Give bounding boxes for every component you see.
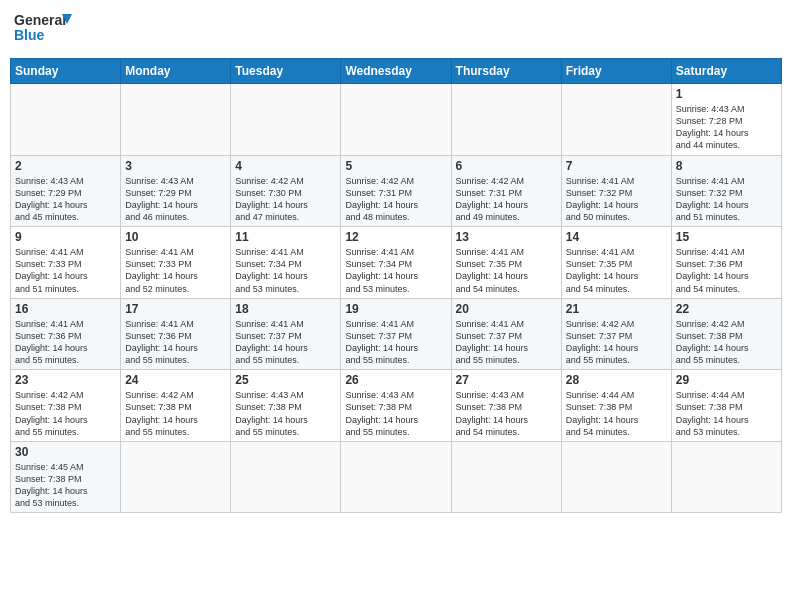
day-info: Sunrise: 4:41 AM Sunset: 7:32 PM Dayligh…: [676, 175, 777, 224]
day-info: Sunrise: 4:44 AM Sunset: 7:38 PM Dayligh…: [676, 389, 777, 438]
day-header-tuesday: Tuesday: [231, 59, 341, 84]
calendar-cell: 5Sunrise: 4:42 AM Sunset: 7:31 PM Daylig…: [341, 155, 451, 227]
day-info: Sunrise: 4:41 AM Sunset: 7:36 PM Dayligh…: [676, 246, 777, 295]
calendar-week-3: 9Sunrise: 4:41 AM Sunset: 7:33 PM Daylig…: [11, 227, 782, 299]
calendar-cell: 13Sunrise: 4:41 AM Sunset: 7:35 PM Dayli…: [451, 227, 561, 299]
day-number: 16: [15, 302, 116, 316]
calendar-cell: 8Sunrise: 4:41 AM Sunset: 7:32 PM Daylig…: [671, 155, 781, 227]
day-number: 26: [345, 373, 446, 387]
day-info: Sunrise: 4:43 AM Sunset: 7:29 PM Dayligh…: [125, 175, 226, 224]
day-number: 21: [566, 302, 667, 316]
day-info: Sunrise: 4:42 AM Sunset: 7:31 PM Dayligh…: [456, 175, 557, 224]
day-number: 14: [566, 230, 667, 244]
calendar-cell: 15Sunrise: 4:41 AM Sunset: 7:36 PM Dayli…: [671, 227, 781, 299]
calendar-cell: 21Sunrise: 4:42 AM Sunset: 7:37 PM Dayli…: [561, 298, 671, 370]
day-info: Sunrise: 4:41 AM Sunset: 7:36 PM Dayligh…: [125, 318, 226, 367]
calendar-cell: [671, 441, 781, 513]
day-number: 4: [235, 159, 336, 173]
day-number: 12: [345, 230, 446, 244]
day-info: Sunrise: 4:43 AM Sunset: 7:38 PM Dayligh…: [235, 389, 336, 438]
calendar-cell: 11Sunrise: 4:41 AM Sunset: 7:34 PM Dayli…: [231, 227, 341, 299]
day-info: Sunrise: 4:41 AM Sunset: 7:34 PM Dayligh…: [235, 246, 336, 295]
calendar-cell: 29Sunrise: 4:44 AM Sunset: 7:38 PM Dayli…: [671, 370, 781, 442]
day-info: Sunrise: 4:41 AM Sunset: 7:35 PM Dayligh…: [566, 246, 667, 295]
day-info: Sunrise: 4:43 AM Sunset: 7:38 PM Dayligh…: [345, 389, 446, 438]
day-info: Sunrise: 4:43 AM Sunset: 7:28 PM Dayligh…: [676, 103, 777, 152]
day-header-monday: Monday: [121, 59, 231, 84]
calendar-cell: [121, 84, 231, 156]
day-number: 7: [566, 159, 667, 173]
day-info: Sunrise: 4:41 AM Sunset: 7:33 PM Dayligh…: [125, 246, 226, 295]
calendar-cell: [231, 441, 341, 513]
day-number: 17: [125, 302, 226, 316]
day-header-saturday: Saturday: [671, 59, 781, 84]
calendar-cell: [561, 84, 671, 156]
day-number: 13: [456, 230, 557, 244]
day-info: Sunrise: 4:42 AM Sunset: 7:37 PM Dayligh…: [566, 318, 667, 367]
day-number: 6: [456, 159, 557, 173]
calendar-cell: 4Sunrise: 4:42 AM Sunset: 7:30 PM Daylig…: [231, 155, 341, 227]
calendar-cell: [561, 441, 671, 513]
svg-text:Blue: Blue: [14, 27, 45, 43]
calendar-cell: 19Sunrise: 4:41 AM Sunset: 7:37 PM Dayli…: [341, 298, 451, 370]
day-info: Sunrise: 4:42 AM Sunset: 7:31 PM Dayligh…: [345, 175, 446, 224]
calendar-cell: 28Sunrise: 4:44 AM Sunset: 7:38 PM Dayli…: [561, 370, 671, 442]
day-number: 9: [15, 230, 116, 244]
calendar-cell: [11, 84, 121, 156]
calendar-cell: 1Sunrise: 4:43 AM Sunset: 7:28 PM Daylig…: [671, 84, 781, 156]
day-number: 23: [15, 373, 116, 387]
calendar-cell: 30Sunrise: 4:45 AM Sunset: 7:38 PM Dayli…: [11, 441, 121, 513]
day-number: 2: [15, 159, 116, 173]
calendar-cell: [231, 84, 341, 156]
day-number: 5: [345, 159, 446, 173]
day-number: 22: [676, 302, 777, 316]
day-header-thursday: Thursday: [451, 59, 561, 84]
calendar-header-row: SundayMondayTuesdayWednesdayThursdayFrid…: [11, 59, 782, 84]
logo: GeneralBlue: [14, 10, 74, 52]
day-number: 18: [235, 302, 336, 316]
logo-icon: GeneralBlue: [14, 10, 74, 52]
calendar-cell: 18Sunrise: 4:41 AM Sunset: 7:37 PM Dayli…: [231, 298, 341, 370]
day-info: Sunrise: 4:41 AM Sunset: 7:36 PM Dayligh…: [15, 318, 116, 367]
day-number: 11: [235, 230, 336, 244]
calendar-cell: 25Sunrise: 4:43 AM Sunset: 7:38 PM Dayli…: [231, 370, 341, 442]
day-number: 3: [125, 159, 226, 173]
calendar-cell: 3Sunrise: 4:43 AM Sunset: 7:29 PM Daylig…: [121, 155, 231, 227]
day-number: 30: [15, 445, 116, 459]
svg-text:General: General: [14, 12, 66, 28]
day-info: Sunrise: 4:41 AM Sunset: 7:34 PM Dayligh…: [345, 246, 446, 295]
calendar-week-1: 1Sunrise: 4:43 AM Sunset: 7:28 PM Daylig…: [11, 84, 782, 156]
calendar-cell: 16Sunrise: 4:41 AM Sunset: 7:36 PM Dayli…: [11, 298, 121, 370]
calendar-week-2: 2Sunrise: 4:43 AM Sunset: 7:29 PM Daylig…: [11, 155, 782, 227]
calendar-cell: [451, 84, 561, 156]
day-info: Sunrise: 4:41 AM Sunset: 7:32 PM Dayligh…: [566, 175, 667, 224]
calendar-cell: 6Sunrise: 4:42 AM Sunset: 7:31 PM Daylig…: [451, 155, 561, 227]
day-info: Sunrise: 4:43 AM Sunset: 7:38 PM Dayligh…: [456, 389, 557, 438]
calendar-cell: 24Sunrise: 4:42 AM Sunset: 7:38 PM Dayli…: [121, 370, 231, 442]
calendar-cell: [341, 84, 451, 156]
day-header-wednesday: Wednesday: [341, 59, 451, 84]
day-info: Sunrise: 4:42 AM Sunset: 7:38 PM Dayligh…: [676, 318, 777, 367]
calendar-cell: 17Sunrise: 4:41 AM Sunset: 7:36 PM Dayli…: [121, 298, 231, 370]
day-number: 27: [456, 373, 557, 387]
day-number: 24: [125, 373, 226, 387]
day-info: Sunrise: 4:45 AM Sunset: 7:38 PM Dayligh…: [15, 461, 116, 510]
day-info: Sunrise: 4:42 AM Sunset: 7:38 PM Dayligh…: [125, 389, 226, 438]
day-header-sunday: Sunday: [11, 59, 121, 84]
calendar-cell: 20Sunrise: 4:41 AM Sunset: 7:37 PM Dayli…: [451, 298, 561, 370]
day-number: 10: [125, 230, 226, 244]
day-info: Sunrise: 4:41 AM Sunset: 7:33 PM Dayligh…: [15, 246, 116, 295]
day-number: 19: [345, 302, 446, 316]
calendar-cell: 9Sunrise: 4:41 AM Sunset: 7:33 PM Daylig…: [11, 227, 121, 299]
calendar-cell: 22Sunrise: 4:42 AM Sunset: 7:38 PM Dayli…: [671, 298, 781, 370]
calendar-cell: 7Sunrise: 4:41 AM Sunset: 7:32 PM Daylig…: [561, 155, 671, 227]
day-info: Sunrise: 4:41 AM Sunset: 7:35 PM Dayligh…: [456, 246, 557, 295]
day-number: 1: [676, 87, 777, 101]
day-info: Sunrise: 4:41 AM Sunset: 7:37 PM Dayligh…: [235, 318, 336, 367]
day-info: Sunrise: 4:42 AM Sunset: 7:30 PM Dayligh…: [235, 175, 336, 224]
calendar-cell: [121, 441, 231, 513]
calendar-cell: 27Sunrise: 4:43 AM Sunset: 7:38 PM Dayli…: [451, 370, 561, 442]
day-info: Sunrise: 4:41 AM Sunset: 7:37 PM Dayligh…: [456, 318, 557, 367]
calendar-cell: [341, 441, 451, 513]
calendar-week-4: 16Sunrise: 4:41 AM Sunset: 7:36 PM Dayli…: [11, 298, 782, 370]
